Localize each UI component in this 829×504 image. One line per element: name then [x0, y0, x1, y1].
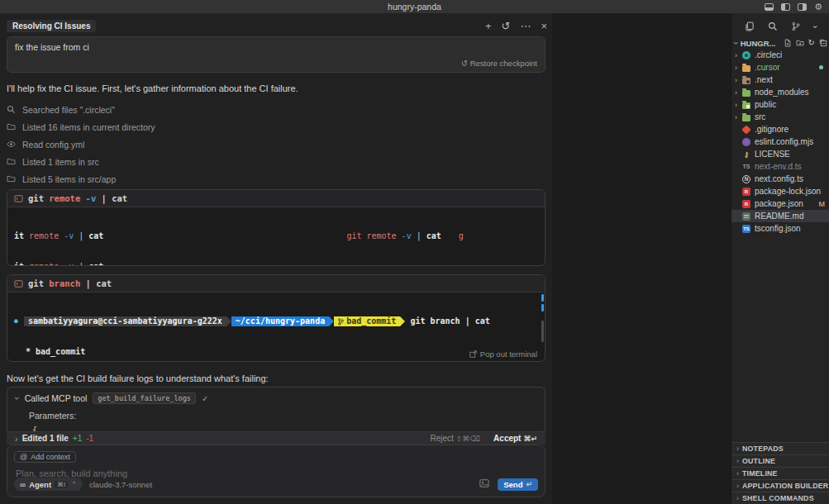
assistant-outro-text: Now let's get the CI build failure logs …: [7, 373, 269, 383]
step-listed-src[interactable]: Listed 1 items in src: [7, 153, 546, 170]
search-icon[interactable]: [768, 21, 778, 31]
mcp-tool-block: › Called MCP tool get_build_failure_logs…: [7, 387, 546, 431]
folder-icon: [742, 78, 750, 84]
tree-item-next-config[interactable]: Nnext.config.ts: [731, 173, 829, 185]
sidebar-bottom-panels: ›NOTEPADS ›OUTLINE ›TIMELINE ›APPLICATIO…: [731, 442, 829, 504]
popout-icon: [469, 350, 477, 358]
window-title: hungry-panda: [388, 2, 441, 12]
editor-area: [552, 13, 731, 504]
accept-shortcut: ⌘↵: [523, 435, 537, 443]
chevron-down-icon[interactable]: ›: [811, 25, 820, 27]
tree-item-gitignore[interactable]: .gitignore: [731, 123, 829, 136]
explorer-section-header[interactable]: › HUNGR... ↻: [735, 36, 827, 50]
new-chat-icon[interactable]: +: [485, 21, 492, 31]
restore-checkpoint-button[interactable]: ↺ Restore checkpoint: [461, 59, 537, 68]
panel-application-builder[interactable]: ›APPLICATION BUILDER: [731, 479, 829, 492]
new-folder-icon[interactable]: [796, 39, 804, 47]
tree-item-package-json[interactable]: npackage.jsonM: [731, 197, 829, 210]
history-icon[interactable]: ↺: [502, 21, 511, 31]
panel-shell-commands[interactable]: ›SHELL COMMANDS: [731, 492, 829, 504]
step-searched-files[interactable]: Searched files ".circleci": [7, 101, 546, 118]
folder-icon: [742, 90, 750, 97]
lines-added: +1: [73, 434, 82, 443]
eslint-icon: [742, 138, 750, 146]
step-listed-dir[interactable]: Listed 16 items in current directory: [7, 118, 546, 136]
step-listed-src-app[interactable]: Listed 5 items in src/app: [7, 170, 546, 188]
terminal-output: it remote -v | catgit remote -v | catg i…: [7, 207, 545, 266]
mcp-tool-header[interactable]: › Called MCP tool get_build_failure_logs…: [7, 388, 545, 404]
close-icon[interactable]: ×: [541, 21, 547, 31]
accept-button[interactable]: Accept⌘↵: [493, 434, 537, 443]
tree-item-license[interactable]: ⚷LICENSE: [731, 148, 829, 160]
chat-panel: Resolving CI Issues + ↺ ⋯ × fix the issu…: [0, 13, 552, 504]
attach-image-button[interactable]: [479, 477, 489, 492]
circleci-icon: [742, 51, 750, 59]
tree-item-package-lock[interactable]: npackage-lock.json: [731, 185, 829, 197]
scrollbar-thumb[interactable]: [541, 321, 544, 342]
mcp-parameters-label: Parameters:: [7, 404, 545, 421]
model-selector[interactable]: claude-3.7-sonnet: [89, 480, 152, 489]
reject-shortcut: ⇧⌘⌫: [456, 435, 480, 443]
terminal-header[interactable]: git branch | cat: [7, 275, 545, 292]
panel-timeline[interactable]: ›TIMELINE: [731, 467, 829, 479]
user-message-box[interactable]: fix the issue from ci ↺ Restore checkpoi…: [7, 36, 546, 73]
chevron-right-icon[interactable]: ›: [15, 434, 18, 444]
tree-item-public[interactable]: ›public: [731, 98, 829, 111]
edited-files-bar: › Edited 1 file +1 -1 Reject⇧⌘⌫ Accept⌘↵: [7, 431, 546, 445]
branch-current: * bad_commit: [14, 348, 538, 357]
new-file-icon[interactable]: [784, 39, 792, 47]
tree-item-circleci[interactable]: ›.circleci: [731, 49, 829, 61]
assistant-intro-text: I'll help fix the CI issue. First, let's…: [7, 83, 298, 93]
collapse-all-icon[interactable]: [819, 39, 827, 47]
nextjs-icon: N: [742, 175, 750, 183]
folder-icon: [742, 102, 750, 109]
modified-badge: M: [819, 200, 826, 208]
tree-item-tsconfig[interactable]: TStsconfig.json: [731, 222, 829, 235]
image-icon: [479, 478, 489, 488]
folder-icon: [7, 157, 16, 166]
lines-removed: -1: [86, 434, 93, 443]
tree-item-readme[interactable]: README.md: [731, 210, 829, 222]
chat-header: Resolving CI Issues + ↺ ⋯ ×: [7, 18, 547, 33]
step-read-config[interactable]: Read config.yml: [7, 136, 546, 153]
folder-icon: [742, 115, 750, 121]
gear-icon[interactable]: ⚙: [814, 2, 822, 12]
prompt-path-chip: ~/cci/hungry-panda: [231, 316, 329, 326]
tree-item-next-env[interactable]: TSnext-env.d.ts: [731, 160, 829, 173]
git-branch-icon: [338, 318, 344, 326]
sidebar-activity-icons: ›: [731, 18, 829, 35]
chat-composer[interactable]: @ Add context Plan, search, build anythi…: [7, 445, 546, 497]
explorer-pages-icon[interactable]: [745, 21, 755, 31]
folder-icon: [742, 65, 750, 72]
terminal-header[interactable]: git remote -v | cat: [7, 190, 545, 207]
toggle-right-sidebar-icon[interactable]: [798, 3, 807, 11]
terminal-icon: [14, 279, 23, 288]
add-context-button[interactable]: @ Add context: [14, 451, 76, 463]
more-icon[interactable]: ⋯: [520, 21, 531, 31]
readme-icon: [742, 212, 750, 221]
panel-outline[interactable]: ›OUTLINE: [731, 454, 829, 467]
panel-notepads[interactable]: ›NOTEPADS: [731, 442, 829, 454]
search-icon: [7, 105, 16, 114]
tree-item-node-modules[interactable]: ›node_modules: [731, 86, 829, 98]
tree-item-next-dir[interactable]: ›.next: [731, 74, 829, 86]
agent-mode-selector[interactable]: ∞ Agent ⌘I ⌃: [14, 478, 83, 491]
send-button[interactable]: Send ↵: [498, 478, 538, 491]
source-control-icon[interactable]: [791, 21, 801, 31]
at-icon: @: [20, 453, 27, 461]
refresh-icon[interactable]: ↻: [808, 39, 815, 47]
chat-tab-title[interactable]: Resolving CI Issues: [7, 20, 96, 32]
tool-steps: Searched files ".circleci" Listed 16 ite…: [7, 101, 546, 188]
folder-icon: [7, 174, 16, 183]
tree-item-src[interactable]: ›src: [731, 111, 829, 123]
mcp-tool-name-chip: get_build_failure_logs: [93, 392, 196, 404]
infinity-icon: ∞: [20, 480, 26, 489]
scrollbar-mark: [541, 304, 544, 311]
toggle-left-sidebar-icon[interactable]: [781, 3, 790, 11]
tree-item-cursor[interactable]: ›.cursor: [731, 61, 829, 74]
tree-item-eslint-config[interactable]: eslint.config.mjs: [731, 136, 829, 148]
chevron-down-icon: ›: [731, 41, 741, 45]
pop-out-terminal-button[interactable]: Pop out terminal: [469, 349, 537, 359]
reject-button[interactable]: Reject⇧⌘⌫: [430, 434, 480, 443]
toggle-panel-icon[interactable]: [765, 3, 774, 11]
